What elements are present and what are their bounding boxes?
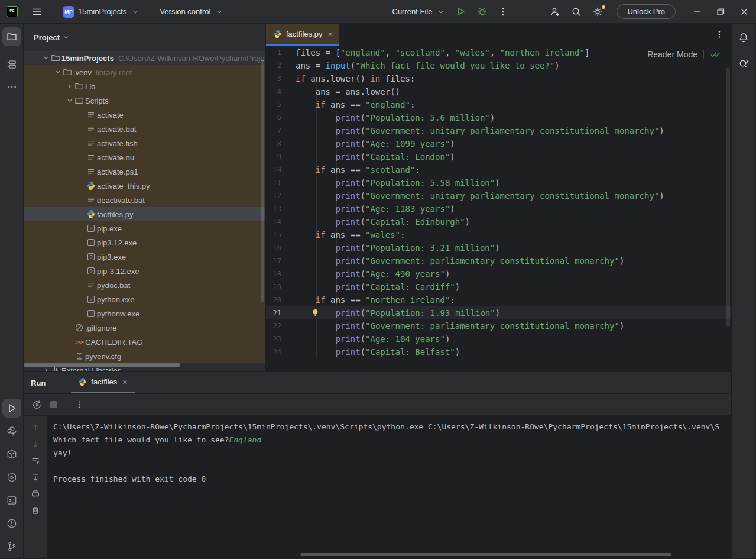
next-occurrence-button[interactable] — [31, 440, 40, 449]
tree-item-activate.nu[interactable]: activate.nu — [24, 150, 265, 164]
tool-version-control-button[interactable] — [2, 537, 21, 556]
code-editor-surface[interactable]: 1files = ["england", "scotland", "wales"… — [266, 46, 731, 371]
tree-item-.gitignore[interactable]: .gitignore — [24, 321, 265, 335]
code-line-2[interactable]: 2ans = input("Which fact file would you … — [266, 59, 731, 72]
tree-item-deactivate.bat[interactable]: deactivate.bat — [24, 193, 265, 207]
code-line-13[interactable]: 13 print("Age: 1183 years") — [266, 202, 731, 215]
project-widget[interactable]: MP 15minProjects — [63, 6, 139, 18]
tree-item-scripts[interactable]: Scripts — [24, 93, 265, 108]
prev-occurrence-button[interactable] — [31, 423, 40, 432]
code-line-19[interactable]: 19 print("Capital: Cardiff") — [266, 280, 731, 293]
project-vertical-scrollbar[interactable] — [261, 59, 264, 302]
line-number[interactable]: 19 — [266, 283, 296, 291]
tool-project-button[interactable] — [2, 27, 21, 46]
line-number[interactable]: 6 — [266, 114, 296, 122]
line-number[interactable]: 16 — [266, 244, 296, 252]
tool-terminal-button[interactable] — [2, 491, 21, 510]
rerun-button[interactable] — [32, 400, 42, 410]
code-line-17[interactable]: 17 print("Government: parliamentary cons… — [266, 254, 731, 267]
tree-item-pyvenv.cfg[interactable]: pyvenv.cfg — [24, 349, 265, 363]
search-everywhere-button[interactable] — [566, 3, 587, 21]
run-tab-factfiles[interactable]: factfiles × — [71, 372, 134, 393]
print-button[interactable] — [31, 489, 40, 499]
line-number[interactable]: 22 — [266, 322, 296, 330]
console-output[interactable]: C:\Users\Z-Wilkinson-ROwe\PycharmProject… — [47, 416, 731, 558]
code-line-9[interactable]: 9 print("Capital: London") — [266, 150, 731, 163]
line-number[interactable]: 1 — [266, 49, 296, 57]
tree-chevron[interactable] — [65, 82, 74, 91]
code-line-4[interactable]: 4 ans = ans.lower() — [266, 85, 731, 98]
line-number[interactable]: 3 — [266, 75, 296, 83]
line-number[interactable]: 11 — [266, 179, 296, 187]
ai-assistant-button[interactable] — [734, 53, 753, 72]
soft-wrap-button[interactable] — [31, 456, 40, 466]
line-number[interactable]: 10 — [266, 166, 296, 174]
line-number[interactable]: 9 — [266, 153, 296, 161]
line-number[interactable]: 21 — [266, 309, 296, 317]
main-menu-button[interactable] — [26, 3, 47, 21]
tree-item-.venv[interactable]: .venvlibrary root — [24, 65, 265, 79]
code-line-21[interactable]: 21 print("Population: 1.93 million") — [266, 306, 731, 319]
editor-vertical-scrollbar[interactable] — [726, 67, 730, 327]
code-line-16[interactable]: 16 print("Population: 3.21 million") — [266, 241, 731, 254]
line-number[interactable]: 23 — [266, 335, 296, 343]
tree-chevron[interactable] — [41, 53, 51, 63]
line-number[interactable]: 14 — [266, 218, 296, 226]
run-config-selector[interactable]: Current File — [392, 7, 446, 16]
line-number[interactable]: 15 — [266, 231, 296, 239]
tree-item-15minprojects[interactable]: 15minProjectsC:\Users\Z-Wilkinson-ROwe\P… — [24, 51, 265, 65]
project-horizontal-scrollbar[interactable] — [24, 363, 180, 367]
more-actions-button[interactable] — [492, 3, 514, 21]
tree-chevron[interactable] — [53, 67, 63, 77]
code-line-15[interactable]: 15 if ans == "wales": — [266, 228, 731, 241]
tool-services-button[interactable] — [2, 468, 21, 487]
code-line-22[interactable]: 22 print("Government: parliamentary cons… — [266, 319, 731, 332]
unlock-pro-button[interactable]: Unlock Pro — [617, 4, 676, 19]
tool-structure-button[interactable] — [2, 55, 21, 74]
tree-item-pip3.exe[interactable]: ?pip3.exe — [24, 250, 265, 264]
restore-button[interactable] — [709, 0, 732, 24]
code-line-11[interactable]: 11 print("Population: 5.58 million") — [266, 176, 731, 189]
tool-python-console-button[interactable] — [2, 422, 21, 441]
tree-item-activate.fish[interactable]: activate.fish — [24, 136, 265, 150]
tree-item-activate.bat[interactable]: activate.bat — [24, 122, 265, 136]
code-line-18[interactable]: 18 print("Age: 490 years") — [266, 267, 731, 280]
run-more-options-button[interactable] — [74, 400, 84, 409]
debug-button[interactable] — [471, 3, 492, 21]
code-line-10[interactable]: 10 if ans == "scotland": — [266, 163, 731, 176]
tool-python-packages-button[interactable] — [2, 445, 21, 464]
tree-item-pip3.12.exe[interactable]: ?pip3.12.exe — [24, 235, 265, 250]
tree-item-factfiles.py[interactable]: factfiles.py — [24, 207, 265, 221]
tree-item-lib[interactable]: Lib — [24, 79, 265, 93]
settings-button[interactable] — [587, 3, 608, 21]
scroll-to-end-button[interactable] — [31, 473, 40, 482]
code-line-7[interactable]: 7 print("Government: unitary parliamenta… — [266, 124, 731, 137]
tree-item-activate.ps1[interactable]: activate.ps1 — [24, 164, 265, 179]
tree-item-pydoc.bat[interactable]: pydoc.bat — [24, 278, 265, 292]
stop-button[interactable] — [50, 401, 57, 408]
intention-bulb-icon[interactable] — [311, 308, 320, 319]
code-line-20[interactable]: 20 if ans == "northen ireland": — [266, 293, 731, 306]
close-button[interactable] — [732, 0, 756, 24]
editor-tab-options-button[interactable] — [715, 30, 724, 41]
tree-item-cachedir.tag[interactable]: JSPCACHEDIR.TAG — [24, 335, 265, 349]
code-line-6[interactable]: 6 print("Population: 5.6 million") — [266, 111, 731, 124]
tree-item-pythonw.exe[interactable]: ?pythonw.exe — [24, 306, 265, 321]
editor-tab-factfiles[interactable]: factfiles.py × — [266, 24, 339, 46]
tree-item-activate-this.py[interactable]: activate_this.py — [24, 179, 265, 193]
tab-close-icon[interactable]: × — [122, 377, 127, 387]
tool-problems-button[interactable] — [2, 514, 21, 533]
code-line-5[interactable]: 5 if ans == "england": — [266, 98, 731, 111]
run-button[interactable] — [450, 3, 471, 21]
code-line-24[interactable]: 24 print("Capital: Belfast") — [266, 345, 731, 358]
tree-item-activate[interactable]: activate — [24, 108, 265, 122]
line-number[interactable]: 17 — [266, 257, 296, 265]
minimize-button[interactable] — [685, 0, 709, 24]
line-number[interactable]: 4 — [266, 88, 296, 96]
line-number[interactable]: 18 — [266, 270, 296, 278]
line-number[interactable]: 7 — [266, 127, 296, 135]
tool-run-button[interactable] — [2, 399, 21, 418]
tab-close-icon[interactable]: × — [327, 30, 332, 39]
line-number[interactable]: 5 — [266, 101, 296, 109]
notifications-button[interactable] — [734, 28, 753, 47]
